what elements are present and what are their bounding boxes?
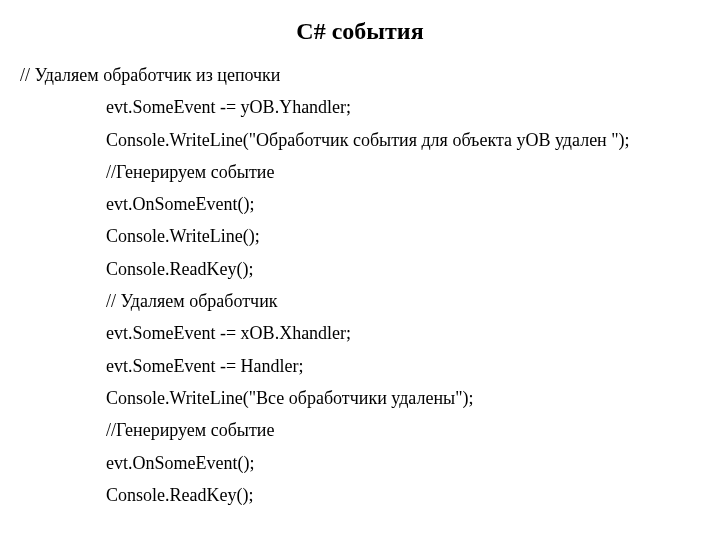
code-line: //Генерируем событие	[20, 418, 700, 442]
code-line: Console.ReadKey();	[20, 257, 700, 281]
code-line: Console.ReadKey();	[20, 483, 700, 507]
code-line: evt.OnSomeEvent();	[20, 192, 700, 216]
code-line: evt.SomeEvent -= Handler;	[20, 354, 700, 378]
code-block: // Удаляем обработчик из цепочкиevt.Some…	[20, 63, 700, 507]
slide-title: C# события	[20, 18, 700, 45]
comment-line: // Удаляем обработчик из цепочки	[20, 63, 700, 87]
slide: C# события // Удаляем обработчик из цепо…	[0, 0, 720, 540]
code-line: evt.SomeEvent -= yOB.Yhandler;	[20, 95, 700, 119]
code-line: Console.WriteLine("Обработчик события дл…	[20, 128, 700, 152]
code-line: Console.WriteLine("Все обработчики удале…	[20, 386, 700, 410]
code-line: //Генерируем событие	[20, 160, 700, 184]
code-line: evt.OnSomeEvent();	[20, 451, 700, 475]
code-line: evt.SomeEvent -= xOB.Xhandler;	[20, 321, 700, 345]
code-line: // Удаляем обработчик	[20, 289, 700, 313]
code-line: Console.WriteLine();	[20, 224, 700, 248]
